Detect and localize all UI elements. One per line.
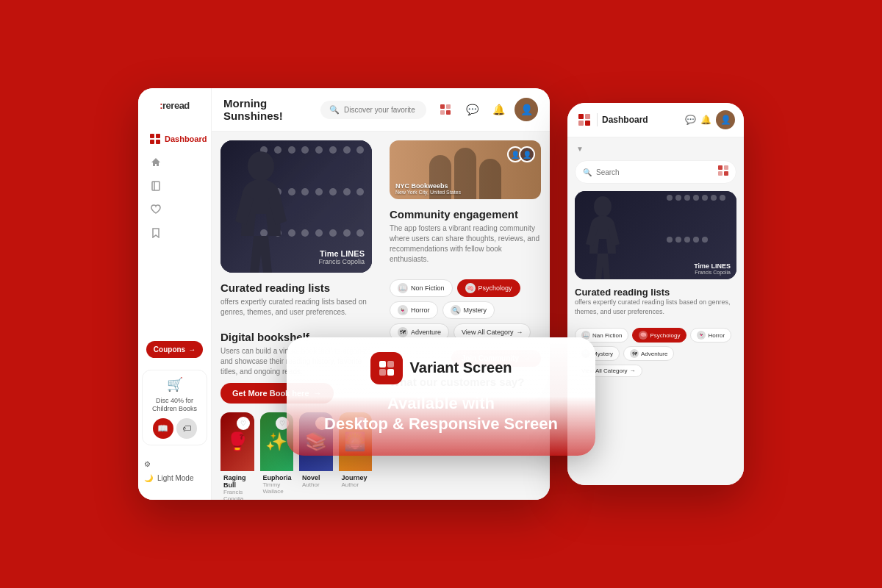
mobile-genre-psychology[interactable]: 🧠 Psychology: [632, 328, 686, 343]
sidebar-item-settings[interactable]: ⚙: [144, 460, 205, 468]
chat-icon[interactable]: 💬: [462, 99, 482, 120]
topbar-icons: 💬 🔔 👤: [435, 98, 538, 121]
book-info-4: Journey Author: [339, 471, 373, 491]
grid-icon: [150, 133, 160, 145]
book-info-1: Raging Bull Francis Copolia: [220, 471, 254, 500]
svg-rect-16: [585, 114, 590, 119]
curated-section: Curated reading lists offers expertly cu…: [220, 282, 372, 322]
mobile-curated-title: Curated reading lists: [575, 287, 736, 298]
svg-rect-15: [578, 114, 584, 119]
sidebar-item-dashboard[interactable]: Dashboard: [144, 129, 205, 149]
svg-rect-17: [578, 121, 584, 126]
hero-book-info: Time LINES Francis Copolia: [318, 249, 365, 265]
genre-psychology[interactable]: 🧠 Psychology: [457, 279, 520, 297]
mystery-label: Mystery: [464, 306, 487, 314]
mobile-nonfiction-label: Nan Fiction: [592, 332, 622, 339]
nonfiction-label: Non Fiction: [411, 284, 445, 292]
mobile-bell-icon[interactable]: 🔔: [700, 115, 711, 125]
community-group-name: NYC Bookweebs New York City, United Stat…: [395, 182, 461, 195]
sidebar-item-bookmarks[interactable]: [144, 223, 205, 243]
book-title-1: Raging Bull: [223, 474, 251, 489]
curated-desc: offers expertly curated reading lists ba…: [220, 297, 372, 318]
chevron-down-icon: ▼: [576, 145, 584, 153]
mobile-hero-title: Time LINES: [694, 262, 731, 270]
book-info-3: Novel Author: [299, 471, 333, 491]
member-avatar-2: 👤: [519, 146, 535, 162]
genre-horror[interactable]: 👻 Horror: [390, 301, 438, 319]
svg-rect-20: [724, 165, 728, 170]
svg-rect-22: [724, 171, 728, 176]
sidebar-item-home[interactable]: [144, 152, 205, 173]
search-input[interactable]: [344, 106, 417, 114]
sidebar-item-books[interactable]: [144, 176, 205, 196]
mobile-person-silhouette: [581, 195, 625, 279]
book-icon: [150, 180, 162, 192]
overlay-banner: Variant Screen Available with Desktop & …: [287, 337, 595, 456]
svg-point-10: [248, 151, 274, 181]
sidebar-nav: Dashboard: [138, 129, 211, 243]
mobile-psychology-label: Psychology: [650, 332, 680, 339]
variant-icon: [370, 352, 403, 384]
svg-rect-13: [379, 369, 386, 376]
book-author-4: Author: [342, 481, 370, 488]
svg-rect-2: [150, 140, 154, 144]
horror-icon: 👻: [398, 305, 408, 315]
app-logo: :reread: [159, 100, 190, 111]
svg-rect-14: [387, 369, 394, 376]
genre-nonfiction[interactable]: 📖 Non Fiction: [390, 279, 453, 297]
mobile-search-icon: 🔍: [583, 168, 592, 176]
nonfiction-icon: 📖: [398, 283, 408, 293]
book-thumb-1[interactable]: 🥊 ♡ Raging Bull Francis Copolia: [220, 412, 254, 500]
mobile-curated-section: Curated reading lists offers expertly cu…: [575, 287, 736, 320]
mobile-adventure-label: Adventure: [641, 351, 667, 357]
sidebar: :reread Dashboard: [138, 88, 212, 500]
arrow-icon: →: [516, 329, 523, 336]
cart-buttons: 📖 🏷: [153, 418, 197, 439]
mobile-psychology-icon: 🧠: [639, 331, 648, 340]
book-title-4: Journey: [342, 474, 370, 481]
svg-point-23: [594, 196, 612, 217]
coupons-button[interactable]: Coupons →: [146, 341, 203, 358]
hero-book-author: Francis Copolia: [318, 258, 365, 265]
sidebar-dashboard-label: Dashboard: [165, 135, 207, 143]
cart-discount-text: Disc 40% for Children Books: [148, 397, 201, 414]
psychology-label: Psychology: [478, 284, 512, 292]
mobile-genre-adventure[interactable]: 🗺 Adventure: [623, 346, 674, 361]
filter-icon[interactable]: [435, 99, 456, 120]
community-avatars: 👤 👤: [512, 146, 535, 162]
svg-rect-9: [446, 110, 451, 115]
mobile-avatar[interactable]: 👤: [716, 110, 735, 129]
coupons-label: Coupons: [154, 345, 185, 354]
book-title-2: Euphoria: [263, 474, 291, 481]
community-desc: The app fosters a vibrant reading commun…: [390, 223, 541, 265]
heart-icon-1[interactable]: ♡: [237, 417, 250, 430]
search-bar: 🔍: [320, 101, 426, 119]
mobile-search-input[interactable]: [596, 168, 714, 176]
heart-icon: [150, 204, 162, 215]
user-avatar[interactable]: 👤: [514, 98, 538, 121]
horror-label: Horror: [411, 306, 430, 314]
svg-rect-1: [156, 134, 160, 138]
mobile-hero-author: Francis Copolia: [694, 270, 731, 275]
notification-icon[interactable]: 🔔: [488, 99, 509, 120]
svg-rect-4: [152, 182, 159, 190]
adventure-icon: 🗺: [398, 327, 408, 337]
variant-badge: Variant Screen: [370, 352, 512, 384]
search-icon: 🔍: [329, 105, 340, 115]
cart-secondary-button[interactable]: 🏷: [176, 418, 197, 439]
curated-title: Curated reading lists: [220, 282, 372, 294]
sidebar-item-lightmode[interactable]: 🌙 Light Mode: [144, 474, 205, 482]
svg-rect-18: [585, 121, 590, 126]
sidebar-item-favorites[interactable]: [144, 199, 205, 220]
mobile-filter-icon[interactable]: [718, 165, 728, 179]
cart-action-button[interactable]: 📖: [153, 418, 173, 439]
lightmode-label: Light Mode: [157, 474, 193, 482]
mobile-divider: [597, 113, 598, 126]
genre-mystery[interactable]: 🔍 Mystery: [442, 301, 495, 319]
mobile-genre-horror[interactable]: 👻 Horror: [690, 328, 731, 343]
mobile-mystery-label: Mystery: [592, 351, 613, 357]
mobile-chat-icon[interactable]: 💬: [685, 115, 696, 125]
mobile-hero-info: Time LINES Francis Copolia: [694, 262, 731, 275]
mobile-topbar: Dashboard 💬 🔔 👤: [567, 103, 744, 137]
view-all-label: View All Category: [462, 329, 513, 336]
